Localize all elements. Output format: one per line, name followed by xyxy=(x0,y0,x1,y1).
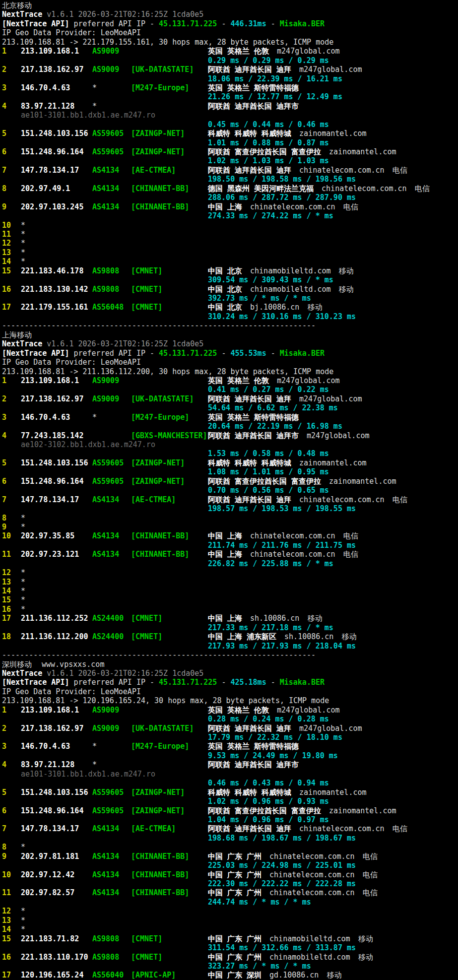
hop-tag: [AE-CTMEA] xyxy=(131,824,208,833)
hop-latency: 311.54 ms / 312.66 ms / 313.87 ms xyxy=(208,943,356,952)
route-summary-text: 213.109.168.81 -> 221.179.155.161, 30 ho… xyxy=(2,38,333,47)
app-name: NextTrace xyxy=(2,669,42,678)
hop-geo: 中国 北京 xyxy=(208,266,242,275)
hop-latency-line: 1.53 ms / 0.58 ms / 0.48 ms xyxy=(2,449,458,458)
hop-carrier: 电信 xyxy=(363,888,378,897)
hop-number: 10 xyxy=(2,870,21,879)
hop-tag: [UK-DATASTATE] xyxy=(131,394,208,403)
hop-asn: AS9009 xyxy=(92,724,131,733)
hop-line: 17120.196.165.24AS56040[APNIC-AP]中国 广东 深… xyxy=(2,971,458,980)
hop-latency: 1.04 ms / 0.96 ms / 0.97 ms xyxy=(208,815,329,824)
section-separator-line: ----------------------------------------… xyxy=(2,651,458,659)
hop-geo: 中国 广东 广州 xyxy=(208,852,262,861)
hop-line: 12* xyxy=(2,568,458,577)
timeout-star: * xyxy=(21,578,25,587)
hop-geo: 中国 广东 广州 xyxy=(208,934,262,943)
hop-number: 15 xyxy=(2,934,21,943)
hop-hostname: zainomantel.com xyxy=(329,477,396,486)
hop-number: 14 xyxy=(2,925,21,934)
app-version: v1.6.1 2026-03-21T02:16:25Z 1cda0e5 xyxy=(47,669,203,678)
geo-provider-text: IP Geo Data Provider: LeoMoeAPI xyxy=(2,28,141,37)
hop-asn: AS9808 xyxy=(92,285,131,294)
hop-number: 1 xyxy=(2,47,21,56)
hop-latency: 392.73 ms / * ms / * ms xyxy=(208,294,311,303)
hop-latency: 323.27 ms / * ms / * ms xyxy=(208,962,311,971)
hop-carrier: 电信 xyxy=(343,550,358,559)
hop-line: 6151.248.96.164AS59605[ZAINGP-NET]阿联酋 富查… xyxy=(2,806,458,815)
hop-hostname: chinamobileltd.com xyxy=(269,934,350,943)
hop-rdns: ae102-3102.bb1.dxb1.ae.m247.ro xyxy=(21,440,155,449)
hop-tag: [CHINANET-BB] xyxy=(131,870,208,879)
hop-line: 11202.97.82.57AS4134[CHINANET-BB]中国 广东 广… xyxy=(2,888,458,897)
hop-ip: 151.248.96.164 xyxy=(21,147,92,156)
hop-tag: [CMNET] xyxy=(131,632,208,641)
hop-latency: 288.06 ms / 287.72 ms / 287.90 ms xyxy=(208,193,356,202)
hop-ip: 213.109.168.1 xyxy=(21,706,92,715)
separator-dash: - xyxy=(150,678,154,687)
hop-latency: 211.74 ms / 211.76 ms / 211.75 ms xyxy=(208,541,356,550)
hop-geo: 中国 上海 浦东新区 xyxy=(208,632,276,641)
hop-geo: 中国 广东 广州 xyxy=(208,953,262,962)
hop-line: 483.97.21.128*阿联酋 迪拜酋长国 迪拜市 xyxy=(2,102,458,111)
hop-tag: [CMNET] xyxy=(131,266,208,275)
hop-line: 2217.138.162.97AS9009[UK-DATASTATE]阿联酋 迪… xyxy=(2,65,458,74)
hop-hostname: m247global.com xyxy=(299,724,362,733)
hop-asn: AS59605 xyxy=(92,147,131,156)
hop-tag: [CMNET] xyxy=(131,303,208,312)
hop-geo: 中国 广东 广州 xyxy=(208,870,262,879)
app-name: NextTrace xyxy=(2,10,42,19)
hop-number: 6 xyxy=(2,806,21,815)
hop-latency: 1.08 ms / 1.01 ms / 0.95 ms xyxy=(208,467,329,476)
hop-latency: 0.45 ms / 0.44 ms / 0.46 ms xyxy=(208,120,329,129)
separator-dash: - xyxy=(271,678,275,687)
hop-hostname: chinatelecom.com.cn xyxy=(299,824,385,833)
hop-line: 13* xyxy=(2,578,458,587)
hop-latency: 0.41 ms / 0.27 ms / 0.22 ms xyxy=(208,385,329,394)
hop-line: 1213.109.168.1AS9009英国 英格兰 伦敦m247global.… xyxy=(2,706,458,715)
hop-tag: [M247-Europe] xyxy=(131,413,208,422)
hop-asn: AS4134 xyxy=(92,495,131,504)
hop-number: 4 xyxy=(2,431,21,440)
hop-latency: 0.28 ms / 0.24 ms / 0.28 ms xyxy=(208,715,329,723)
hop-geo: 阿联酋 迪拜酋长国 迪拜 xyxy=(208,394,291,403)
hop-latency-line: 0.70 ms / 0.56 ms / 0.65 ms xyxy=(2,486,458,495)
hop-latency: 1.02 ms / 1.03 ms / 1.03 ms xyxy=(208,156,329,165)
hop-ip: 211.136.112.252 xyxy=(21,614,92,623)
separator-dash: - xyxy=(221,349,226,358)
hop-asn: AS9009 xyxy=(92,376,131,385)
hop-latency-line: 226.82 ms / 225.88 ms / * ms xyxy=(2,559,458,568)
hop-line: 11* xyxy=(2,230,458,239)
hop-geo: 英国 英格兰 斯特雷特福德 xyxy=(208,742,299,751)
timeout-star: * xyxy=(21,523,25,531)
api-tag: [NextTrace API] xyxy=(2,678,69,687)
hop-number: 1 xyxy=(2,706,21,715)
hop-line: 5151.248.103.156AS59605[ZAINGP-NET]科威特 科… xyxy=(2,129,458,138)
hop-asn: AS4134 xyxy=(92,852,131,861)
hop-ip: 83.97.21.128 xyxy=(21,102,92,111)
hop-line: 18211.136.112.200AS24400[CMNET]中国 上海 浦东新… xyxy=(2,632,458,641)
hop-asn: AS56040 xyxy=(92,971,131,980)
hop-rdns-line: ae101-3101.bb1.dxb1.ae.m247.ro xyxy=(2,770,458,779)
timeout-star: * xyxy=(21,916,25,925)
section-title: 北京移动 xyxy=(2,1,32,10)
hop-number: 11 xyxy=(2,550,21,559)
hop-tag: [ZAINGP-NET] xyxy=(131,788,208,797)
hop-latency: 1.01 ms / 0.88 ms / 0.87 ms xyxy=(208,138,329,147)
terminal-output[interactable]: 北京移动NextTracev1.6.1 2026-03-21T02:16:25Z… xyxy=(0,0,458,980)
hop-geo: 阿联酋 富查伊拉酋长国 富查伊拉 xyxy=(208,477,321,486)
hop-latency-line: 310.24 ms / 310.16 ms / 310.23 ms xyxy=(2,312,458,321)
hop-number: 3 xyxy=(2,742,21,751)
timeout-star: * xyxy=(21,221,25,230)
timeout-star: * xyxy=(21,239,25,248)
section-title-line: 北京移动 xyxy=(2,1,458,10)
hop-latency-line: 1.02 ms / 0.96 ms / 0.93 ms xyxy=(2,797,458,806)
hop-latency-line: 198.50 ms / 198.58 ms / 198.56 ms xyxy=(2,175,458,184)
hop-number: 3 xyxy=(2,413,21,422)
hop-line: 16* xyxy=(2,605,458,614)
hop-geo: 阿联酋 迪拜酋长国 迪拜 xyxy=(208,495,291,504)
hop-latency: 222.30 ms / 222.22 ms / 222.28 ms xyxy=(208,879,356,888)
hop-number: 13 xyxy=(2,248,21,257)
hop-carrier: 移动 xyxy=(358,934,373,943)
hop-hostname: chinatelecom.com.cn xyxy=(250,550,335,559)
hop-hostname: chinamobileltd.com xyxy=(250,266,331,275)
